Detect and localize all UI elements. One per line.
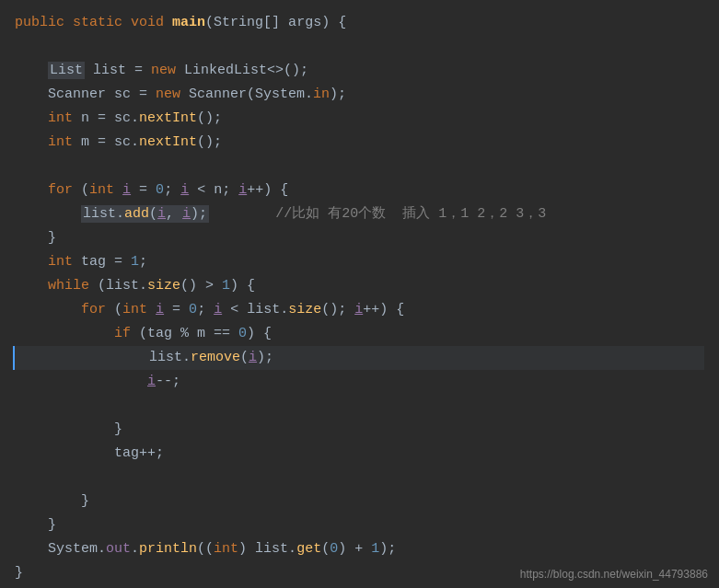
code-line-13: for (int i = 0; i < list.size(); i++) { <box>15 298 704 322</box>
var-i4: i <box>157 206 166 222</box>
code-line-16: i--; <box>15 370 704 394</box>
keyword-void: void <box>131 15 164 30</box>
var-i8: i <box>354 302 363 317</box>
code-line-10: } <box>15 226 704 250</box>
code-editor: public static void main(String[] args) {… <box>0 0 719 588</box>
code-line-7 <box>15 155 704 179</box>
keyword-new2: new <box>156 86 180 102</box>
method-main: main <box>172 15 205 30</box>
code-line-5: int n = sc.nextInt(); <box>15 107 704 131</box>
code-line-9: list.add(i, i); //比如 有20个数 插入 1，1 2，2 3，… <box>15 202 704 226</box>
method-add: add <box>124 206 149 222</box>
code-line-23: System.out.println((int) list.get(0) + 1… <box>15 537 704 561</box>
listadd-highlight: list.add(i, i); <box>81 205 209 223</box>
var-i3: i <box>238 182 247 198</box>
code-line-22: } <box>15 513 704 537</box>
method-size1: size <box>147 278 180 294</box>
code-line-12: while (list.size() > 1) { <box>15 274 704 298</box>
code-line-17 <box>15 394 704 418</box>
keyword-while: while <box>48 278 89 294</box>
num-0-4: 0 <box>330 541 338 557</box>
code-line-18: } <box>15 418 704 442</box>
keyword-int1: int <box>48 110 73 126</box>
keyword-if: if <box>114 326 131 341</box>
code-line-21: } <box>15 490 704 513</box>
method-get: get <box>296 541 321 557</box>
keyword-int3: int <box>89 182 114 198</box>
code-line-3: List list = new LinkedList<>(); <box>15 59 704 83</box>
num-1c: 1 <box>371 541 379 557</box>
var-i1: i <box>122 182 131 198</box>
comment-1: //比如 有20个数 插入 1，1 2，2 3，3 <box>209 206 546 222</box>
watermark: https://blog.csdn.net/weixin_44793886 <box>520 568 708 581</box>
var-i5: i <box>182 206 191 222</box>
method-nextint2: nextInt <box>139 134 197 150</box>
method-size2: size <box>288 302 321 317</box>
num-1b: 1 <box>222 278 230 294</box>
var-i6: i <box>156 302 164 317</box>
method-println: println <box>139 541 197 557</box>
keyword-int5: int <box>122 302 147 317</box>
code-line-19: tag++; <box>15 442 704 466</box>
keyword-int-cast: int <box>214 541 238 557</box>
code-line-4: Scanner sc = new Scanner(System.in); <box>15 83 704 107</box>
keyword-for1: for <box>48 182 73 198</box>
keyword-for2: for <box>81 302 106 317</box>
code-line-11: int tag = 1; <box>15 250 704 274</box>
keyword-public: public <box>15 15 64 30</box>
code-line-8: for (int i = 0; i < n; i++) { <box>15 179 704 202</box>
code-line-1: public static void main(String[] args) { <box>15 11 704 35</box>
num-1: 1 <box>131 254 139 270</box>
code-line-15: list.remove(i); <box>13 346 704 370</box>
code-line-14: if (tag % m == 0) { <box>15 322 704 346</box>
num-0-2: 0 <box>189 302 197 317</box>
method-nextint1: nextInt <box>139 110 197 126</box>
field-out: out <box>106 541 131 557</box>
num-0-3: 0 <box>238 326 247 341</box>
code-line-20 <box>15 466 704 490</box>
code-line-6: int m = sc.nextInt(); <box>15 131 704 155</box>
keyword-new: new <box>151 63 176 78</box>
keyword-int2: int <box>48 134 73 150</box>
code-line-2 <box>15 35 704 59</box>
var-i9: i <box>249 350 257 365</box>
keyword-static: static <box>73 15 122 30</box>
var-i2: i <box>180 182 189 198</box>
num-0-1: 0 <box>156 182 164 198</box>
keyword-in: in <box>313 86 330 102</box>
method-remove: remove <box>191 350 240 365</box>
var-i7: i <box>214 302 222 317</box>
list-highlight: List <box>48 62 85 79</box>
var-i10: i <box>147 374 156 389</box>
keyword-int4: int <box>48 254 73 270</box>
